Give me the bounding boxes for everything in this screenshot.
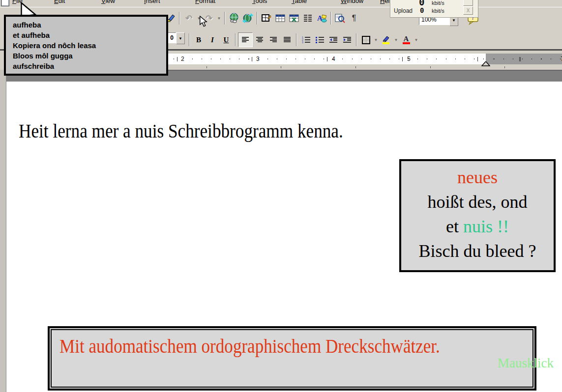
menu-tools[interactable]: Tools — [252, 0, 267, 4]
bullet-list-button[interactable] — [313, 33, 326, 47]
drawing-button[interactable]: A — [315, 11, 328, 25]
standard-toolbar: ↶ ▼ ↷ ▼ — [163, 8, 361, 28]
show-hide-pilcrow-button[interactable]: ¶ — [347, 11, 361, 25]
increase-indent-button[interactable] — [340, 33, 354, 47]
ruler-number: 3 — [256, 56, 260, 62]
borders-button[interactable] — [359, 33, 373, 47]
context-menu-item-write[interactable]: aufschreiba — [13, 61, 166, 71]
upload-unit: kbit/s — [432, 8, 444, 14]
menu-format[interactable]: Format — [195, 0, 215, 4]
context-menu-item-copy[interactable]: Kopiera ond nôch leasa — [13, 40, 166, 51]
bandwidth-monitor: 0 kbit/s Upload 0 kbit/s X — [390, 0, 478, 18]
borders-icon — [362, 36, 370, 44]
font-color-swatch — [403, 42, 410, 44]
align-center-icon — [256, 36, 264, 43]
align-left-button[interactable] — [238, 32, 253, 47]
borders-dropdown[interactable]: ▼ — [373, 33, 379, 46]
monitor-close-button[interactable]: X — [463, 6, 473, 15]
context-menu: aufheba et aufheba Kopiera ond nôch leas… — [4, 15, 168, 76]
redo-dropdown[interactable]: ▼ — [216, 12, 222, 25]
font-size-dropdown-icon[interactable]: ▼ — [176, 32, 185, 44]
note-line-4: Bisch du bleed ? — [401, 239, 554, 263]
ruler-number: 4 — [332, 56, 335, 62]
document-page[interactable]: Heit lerna mer a nuis Schreibbrogramm ke… — [6, 82, 562, 392]
note-line-2: hoißt des, ond — [401, 190, 554, 214]
justify-button[interactable] — [280, 33, 294, 47]
download-unit: kbit/s — [432, 0, 444, 6]
svg-text:3: 3 — [302, 41, 303, 43]
tab-stop-mark — [207, 66, 207, 68]
web-globe-icon — [242, 13, 253, 24]
underline-button[interactable]: U — [219, 33, 233, 47]
ruler-margin-area: 7 — [486, 54, 562, 64]
hyperlink-globe-icon — [229, 13, 239, 24]
align-left-icon — [242, 36, 249, 43]
tab-stop-mark — [281, 66, 281, 68]
formatting-toolbar: B I U — [187, 30, 419, 50]
columns-button[interactable] — [301, 11, 315, 25]
tables-borders-icon — [262, 13, 271, 23]
tab-stop-mark — [355, 66, 356, 68]
context-menu-item-undo[interactable]: aufheba — [13, 20, 166, 30]
note-line-1: neues — [401, 165, 554, 190]
highlight-dropdown[interactable]: ▼ — [393, 33, 399, 46]
banner-text-box: Mit audomatischem ordographischem Drecks… — [48, 326, 536, 391]
numbered-list-icon: 123 — [302, 36, 310, 43]
undo-button[interactable]: ↶ — [182, 11, 196, 25]
bullet-list-icon — [316, 36, 324, 43]
highlight-button[interactable] — [379, 33, 393, 47]
context-menu-item-view[interactable]: Bloos môl gugga — [13, 51, 166, 61]
document-map-icon — [335, 13, 346, 23]
menu-table[interactable]: Table — [292, 0, 307, 4]
insert-hyperlink-button[interactable] — [227, 11, 241, 25]
font-color-letter: A — [404, 35, 409, 42]
monitor-minimize-button[interactable] — [463, 0, 473, 6]
font-color-dropdown[interactable]: ▼ — [413, 33, 419, 46]
banner-text: Mit audomatischem ordographischem Drecks… — [59, 335, 440, 357]
note-text-box: neues hoißt des, ond et nuis !! Bisch du… — [399, 159, 556, 272]
tab-stop-mark — [504, 66, 505, 68]
menu-window[interactable]: Window — [341, 0, 363, 4]
menu-edit[interactable]: Edit — [54, 0, 65, 4]
justify-icon — [284, 36, 291, 43]
columns-icon — [303, 14, 312, 22]
tables-and-borders-button[interactable] — [260, 11, 273, 25]
document-control-icon[interactable] — [1, 0, 9, 6]
upload-value: 0 — [420, 6, 424, 14]
align-right-button[interactable] — [266, 33, 280, 47]
ruler-number: 5 — [407, 56, 411, 62]
insert-table-icon — [275, 14, 285, 23]
numbered-list-button[interactable]: 123 — [299, 33, 313, 47]
menu-view[interactable]: View — [101, 0, 115, 4]
highlight-icon — [382, 35, 390, 44]
bold-button[interactable]: B — [192, 33, 206, 47]
document-heading: Heit lerna mer a nuis Schreibbrogramm ke… — [19, 119, 343, 142]
mouse-cursor — [200, 16, 208, 28]
tab-stop-mark — [430, 66, 431, 68]
note-line-3: et nuis !! — [401, 214, 554, 239]
menu-insert[interactable]: Insert — [144, 0, 160, 4]
application-window: File Edit View Insert Format Tools Table… — [0, 0, 562, 392]
align-center-button[interactable] — [253, 33, 266, 47]
font-color-button[interactable]: A — [399, 33, 413, 47]
ruler-number: 2 — [181, 56, 184, 62]
context-menu-item-redo[interactable]: et aufheba — [13, 30, 166, 40]
web-toolbar-button[interactable] — [241, 11, 255, 25]
insert-excel-worksheet-button[interactable] — [287, 11, 301, 25]
right-indent-marker[interactable] — [481, 61, 490, 66]
upload-label: Upload — [394, 7, 413, 14]
excel-worksheet-icon — [289, 14, 299, 23]
document-map-button[interactable] — [333, 11, 347, 25]
insert-table-button[interactable] — [273, 11, 287, 25]
decrease-indent-button[interactable] — [326, 33, 340, 47]
drawing-icon: A — [316, 13, 327, 23]
increase-indent-icon — [343, 36, 352, 43]
mausklick-annotation: Mausklick — [498, 356, 554, 371]
page-left-edge — [0, 70, 6, 392]
decrease-indent-icon — [329, 36, 338, 43]
italic-button[interactable]: I — [206, 33, 219, 47]
align-right-icon — [270, 36, 277, 43]
